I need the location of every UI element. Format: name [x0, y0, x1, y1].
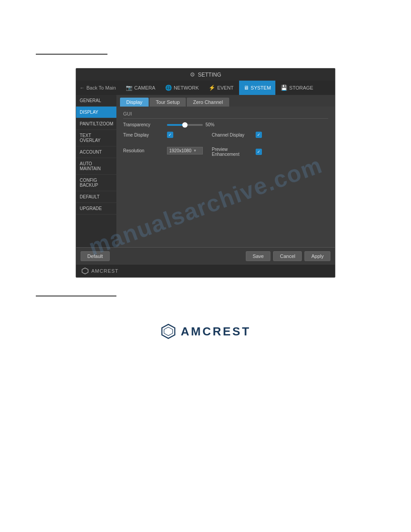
svg-marker-0 [82, 268, 88, 274]
camera-icon: 📷 [126, 85, 133, 91]
brand-hex-icon [160, 323, 176, 339]
dropdown-arrow-icon: ▼ [193, 149, 197, 153]
back-label: Back To Main [86, 85, 116, 90]
save-button[interactable]: Save [246, 251, 270, 261]
right-col: Channel Display ✓ Preview Enhancement ✓ [212, 132, 262, 161]
channel-display-row: Channel Display ✓ [212, 132, 262, 138]
nav-tab-event[interactable]: ⚡ EVENT [204, 81, 238, 95]
nav-tab-network[interactable]: 🌐 NETWORK [161, 81, 203, 95]
amcrest-logo-icon [81, 267, 89, 275]
brand-name: AMCREST [181, 325, 251, 339]
transparency-row: Transparency 50% [123, 122, 328, 127]
channel-display-label: Channel Display [212, 133, 252, 137]
title-bar: ⚙ SETTING [76, 69, 335, 81]
sidebar-item-display[interactable]: DISPLAY [76, 107, 116, 118]
bottom-divider [36, 296, 116, 296]
sidebar-item-pan-tilt-zoom[interactable]: PAN/TILT/ZOOM [76, 118, 116, 130]
time-display-row: Time Display ✓ [123, 132, 203, 138]
gear-icon: ⚙ [190, 71, 195, 78]
cancel-button[interactable]: Cancel [273, 251, 302, 261]
form-two-col: Time Display ✓ Resolution 1920x1080 ▼ [123, 132, 328, 161]
system-icon: 🖥 [244, 85, 249, 91]
event-tab-label: EVENT [217, 85, 234, 90]
action-buttons: Save Cancel Apply [246, 251, 330, 261]
tab-display[interactable]: Display [120, 98, 149, 107]
sidebar-item-account[interactable]: ACCOUNT [76, 146, 116, 158]
settings-panel: ⚙ SETTING ← Back To Main 📷 CAMERA 🌐 NETW… [76, 68, 335, 278]
transparency-value: 50% [206, 122, 214, 127]
storage-icon: 💾 [281, 85, 287, 91]
sidebar: GENERAL DISPLAY PAN/TILT/ZOOM TEXT OVERL… [76, 95, 116, 247]
gui-section-title: GUI [123, 111, 328, 119]
panel-title: SETTING [198, 72, 221, 78]
back-to-main-button[interactable]: ← Back To Main [80, 85, 116, 90]
bottom-brand: AMCREST [160, 323, 251, 339]
resolution-dropdown[interactable]: 1920x1080 ▼ [167, 147, 203, 154]
preview-enhancement-row: Preview Enhancement ✓ [212, 147, 262, 157]
sidebar-item-upgrade[interactable]: UPGRADE [76, 203, 116, 215]
default-button[interactable]: Default [81, 251, 110, 261]
logo-bar: AMCREST [76, 265, 335, 277]
nav-tab-system[interactable]: 🖥 SYSTEM [239, 81, 275, 95]
svg-marker-2 [164, 327, 172, 335]
left-col: Time Display ✓ Resolution 1920x1080 ▼ [123, 132, 203, 161]
sidebar-item-general[interactable]: GENERAL [76, 95, 116, 107]
event-icon: ⚡ [209, 85, 215, 91]
top-divider [36, 54, 107, 55]
transparency-slider[interactable] [167, 124, 203, 126]
transparency-label: Transparency [123, 122, 163, 127]
channel-display-checkbox[interactable]: ✓ [256, 132, 262, 138]
nav-tab-camera[interactable]: 📷 CAMERA [121, 81, 160, 95]
sidebar-item-auto-maintain[interactable]: AUTO MAINTAIN [76, 158, 116, 175]
tab-zero-channel[interactable]: Zero Channel [187, 98, 229, 107]
sidebar-item-default[interactable]: DEFAULT [76, 191, 116, 203]
nav-bar: ← Back To Main 📷 CAMERA 🌐 NETWORK ⚡ EVEN… [76, 81, 335, 95]
resolution-label: Resolution [123, 148, 163, 153]
sidebar-item-text-overlay[interactable]: TEXT OVERLAY [76, 130, 116, 146]
slider-thumb [182, 122, 188, 128]
back-arrow-icon: ← [80, 85, 85, 90]
gui-section: GUI Transparency 50% [116, 107, 335, 166]
sidebar-item-config-backup[interactable]: CONFIG BACKUP [76, 175, 116, 191]
camera-tab-label: CAMERA [134, 85, 155, 90]
transparency-slider-container: 50% [167, 122, 214, 127]
network-icon: 🌐 [165, 85, 172, 91]
preview-enhancement-checkbox[interactable]: ✓ [256, 149, 262, 155]
bottom-bar: Default Save Cancel Apply [76, 247, 335, 265]
preview-enhancement-label: Preview Enhancement [212, 147, 252, 157]
time-display-label: Time Display [123, 133, 163, 137]
tab-tour-setup[interactable]: Tour Setup [150, 98, 186, 107]
logo-text: AMCREST [91, 268, 119, 274]
resolution-row: Resolution 1920x1080 ▼ [123, 147, 203, 154]
content-tab-row: Display Tour Setup Zero Channel [116, 95, 335, 107]
storage-tab-label: STORAGE [289, 85, 313, 90]
content-area: GENERAL DISPLAY PAN/TILT/ZOOM TEXT OVERL… [76, 95, 335, 247]
nav-tab-storage[interactable]: 💾 STORAGE [276, 81, 318, 95]
main-content: Display Tour Setup Zero Channel GUI Tran… [116, 95, 335, 247]
system-tab-label: SYSTEM [251, 85, 271, 90]
time-display-checkbox[interactable]: ✓ [167, 132, 173, 138]
apply-button[interactable]: Apply [304, 251, 330, 261]
network-tab-label: NETWORK [174, 85, 199, 90]
resolution-value: 1920x1080 [169, 148, 192, 153]
